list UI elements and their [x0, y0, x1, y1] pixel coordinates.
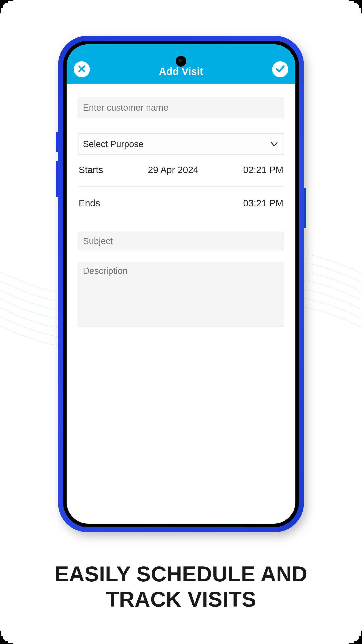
- corner-decoration: [0, 630, 13, 644]
- promo-title: EASILY SCHEDULE AND TRACK VISITS: [0, 561, 362, 612]
- starts-row[interactable]: Starts 29 Apr 2024 02:21 PM: [78, 155, 284, 185]
- customer-name-input[interactable]: [78, 97, 284, 118]
- ends-row[interactable]: Ends 03:21 PM: [78, 188, 284, 218]
- phone-side-button: [304, 188, 306, 228]
- confirm-button[interactable]: [272, 61, 288, 77]
- starts-date: 29 Apr 2024: [103, 164, 243, 175]
- subject-input[interactable]: [78, 232, 284, 250]
- ends-label: Ends: [79, 198, 100, 209]
- phone-bezel: Add Visit Select Purpose Starts: [63, 41, 299, 527]
- purpose-select-label: Select Purpose: [83, 139, 143, 149]
- cancel-button[interactable]: [74, 61, 90, 77]
- phone-screen: Add Visit Select Purpose Starts: [67, 44, 295, 524]
- divider: [78, 186, 284, 187]
- phone-camera: [176, 56, 186, 67]
- promo-line2: TRACK VISITS: [106, 587, 256, 611]
- close-icon: [77, 64, 86, 74]
- corner-decoration: [349, 630, 362, 644]
- description-textarea[interactable]: [78, 262, 284, 326]
- phone-frame: Add Visit Select Purpose Starts: [58, 36, 304, 532]
- starts-label: Starts: [79, 164, 103, 175]
- phone-side-button: [56, 161, 58, 197]
- page-title: Add Visit: [90, 65, 272, 77]
- corner-decoration: [349, 0, 362, 14]
- ends-time: 03:21 PM: [243, 198, 283, 209]
- starts-time: 02:21 PM: [243, 164, 283, 175]
- check-icon: [275, 64, 285, 75]
- phone-side-button: [56, 132, 58, 152]
- corner-decoration: [0, 0, 13, 14]
- purpose-select[interactable]: Select Purpose: [78, 134, 284, 155]
- promo-line1: EASILY SCHEDULE AND: [54, 562, 308, 586]
- form-area: Select Purpose Starts 29 Apr 2024 02:21 …: [67, 84, 295, 326]
- chevron-down-icon: [269, 139, 279, 149]
